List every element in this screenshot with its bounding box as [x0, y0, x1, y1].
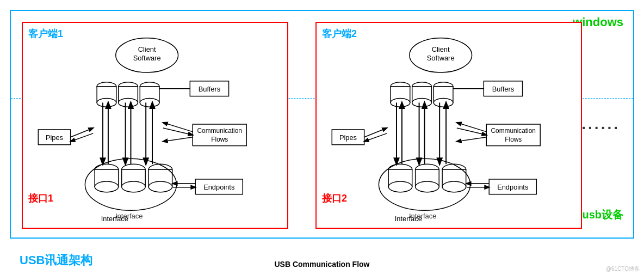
- svg-line-88: [457, 128, 486, 135]
- svg-line-86: [364, 133, 387, 142]
- watermark: @61CTO博客: [606, 265, 640, 273]
- svg-text:Communication: Communication: [491, 127, 536, 135]
- svg-point-31: [148, 181, 172, 192]
- svg-point-71: [388, 181, 412, 192]
- svg-text:Software: Software: [427, 54, 455, 62]
- svg-line-42: [163, 128, 193, 135]
- svg-point-60: [434, 99, 453, 107]
- svg-line-41: [163, 123, 193, 132]
- svg-text:Endpoints: Endpoints: [497, 183, 528, 191]
- svg-point-74: [416, 181, 439, 192]
- svg-point-8: [97, 99, 116, 107]
- svg-line-85: [364, 128, 387, 137]
- svg-point-25: [95, 181, 119, 192]
- client-box-2: 客户端2 接口2 Interface Client Software Buffe…: [315, 22, 582, 229]
- svg-text:Client: Client: [138, 45, 156, 53]
- svg-point-54: [391, 99, 410, 107]
- svg-text:Endpoints: Endpoints: [203, 183, 234, 191]
- client-box-1: 客户端1 接口1 Interface Client Software Buffe…: [22, 22, 288, 229]
- svg-line-87: [457, 123, 486, 132]
- outer-container: windows usb设备 ...... 客户端1 接口1 Interface …: [10, 10, 634, 239]
- svg-text:Software: Software: [133, 54, 161, 62]
- svg-line-89: [457, 137, 486, 142]
- svg-line-43: [163, 137, 193, 142]
- svg-point-28: [122, 181, 146, 192]
- svg-text:Flows: Flows: [505, 136, 522, 143]
- svg-text:Communication: Communication: [197, 127, 242, 135]
- usb-arch-label: USB讯通架构: [20, 252, 92, 269]
- usb-device-label: usb设备: [582, 208, 623, 222]
- svg-line-39: [71, 128, 94, 137]
- svg-text:Pipes: Pipes: [46, 133, 63, 142]
- svg-text:Buffers: Buffers: [199, 85, 221, 93]
- svg-point-14: [140, 99, 159, 107]
- svg-line-40: [71, 133, 94, 142]
- svg-text:Pipes: Pipes: [339, 133, 357, 142]
- svg-text:Flows: Flows: [211, 136, 228, 143]
- svg-point-77: [442, 181, 466, 192]
- client2-diagram: Client Software Buffers Pipes Communicat…: [317, 23, 581, 228]
- usb-comm-flow-label: USB Communication Flow: [275, 260, 370, 269]
- svg-point-11: [119, 99, 138, 107]
- svg-text:Client: Client: [432, 45, 450, 53]
- svg-text:Interface: Interface: [101, 215, 128, 223]
- svg-text:Interface: Interface: [395, 215, 422, 223]
- client1-diagram: Client Software Buffers Pipes: [23, 23, 287, 228]
- svg-point-57: [412, 99, 432, 107]
- dots-label: ......: [581, 115, 620, 133]
- svg-text:Buffers: Buffers: [492, 85, 515, 93]
